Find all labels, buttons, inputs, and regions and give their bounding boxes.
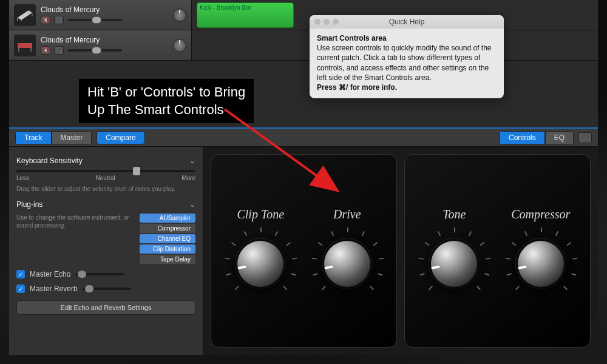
track-name: Clouds of Mercury bbox=[41, 36, 168, 44]
knob-panel-1: Clip Tone Drive bbox=[211, 154, 397, 348]
knob-label: Tone bbox=[443, 207, 466, 221]
master-echo-label: Master Echo bbox=[30, 270, 70, 278]
pan-knob[interactable] bbox=[173, 39, 186, 52]
master-echo-checkbox[interactable]: ✓ bbox=[16, 270, 25, 278]
inspector-toggle-button[interactable] bbox=[578, 132, 592, 143]
plugin-slot[interactable]: Tape Delay bbox=[140, 255, 195, 264]
slider-label-less: Less bbox=[16, 175, 29, 181]
plugin-list: AUSampler Compressor Channel EQ Clip Dis… bbox=[140, 214, 195, 264]
mute-button[interactable]: 🔇 bbox=[41, 16, 50, 24]
tab-controls[interactable]: Controls bbox=[500, 131, 545, 144]
region-label: Kick - Brooklyn Bor bbox=[200, 4, 251, 11]
instrument-icon bbox=[14, 35, 36, 56]
volume-slider[interactable] bbox=[67, 49, 122, 52]
headphones-button[interactable]: 🎧 bbox=[54, 46, 64, 55]
plugin-slot[interactable]: Compressor bbox=[140, 224, 195, 233]
compressor-knob[interactable] bbox=[504, 228, 577, 300]
master-reverb-slider[interactable] bbox=[83, 288, 131, 290]
quick-help-heading: Smart Controls area bbox=[317, 34, 387, 42]
pan-knob[interactable] bbox=[173, 8, 186, 22]
mute-button[interactable]: 🔇 bbox=[41, 46, 50, 55]
knob-panels: Clip Tone Drive Tone Compressor bbox=[203, 147, 598, 355]
keyboard-sensitivity-header[interactable]: Keyboard Sensitivity ⌄ bbox=[16, 157, 195, 165]
tab-track[interactable]: Track bbox=[15, 131, 52, 144]
chevron-down-icon: ⌄ bbox=[189, 157, 195, 165]
plugin-slot[interactable]: Clip Distortion bbox=[140, 244, 195, 254]
quick-help-popover: Quick Help Smart Controls area Use scree… bbox=[310, 15, 504, 98]
headphones-button[interactable]: 🎧 bbox=[54, 16, 64, 24]
master-echo-row: ✓ Master Echo bbox=[16, 270, 195, 278]
master-reverb-checkbox[interactable]: ✓ bbox=[16, 285, 25, 293]
instrument-icon bbox=[14, 4, 36, 26]
plugins-header[interactable]: Plug-ins ⌄ bbox=[16, 200, 195, 209]
plugin-slot[interactable]: AUSampler bbox=[140, 214, 195, 223]
knob-label: Compressor bbox=[511, 207, 570, 221]
drive-knob[interactable] bbox=[311, 228, 384, 300]
svg-marker-0 bbox=[18, 10, 32, 20]
master-reverb-row: ✓ Master Reverb bbox=[16, 285, 195, 293]
track-header[interactable]: Clouds of Mercury 🔇 🎧 bbox=[9, 0, 191, 30]
controls-eq-segment: Controls EQ bbox=[500, 131, 574, 144]
smart-controls-area: Keyboard Sensitivity ⌄ Less Neutral More… bbox=[9, 147, 598, 355]
track-row[interactable]: Clouds of Mercury 🔇 🎧 bbox=[9, 30, 598, 61]
track-list: Clouds of Mercury 🔇 🎧 Kick - Brooklyn Bo… bbox=[9, 0, 598, 61]
sensitivity-slider[interactable] bbox=[16, 170, 195, 172]
slider-label-more: More bbox=[181, 175, 195, 181]
quick-help-body: Use screen controls to quickly modify th… bbox=[317, 44, 491, 82]
tab-master[interactable]: Master bbox=[52, 131, 92, 144]
plugins-description: Use to change the software instrument, o… bbox=[16, 214, 132, 229]
compare-button[interactable]: Compare bbox=[97, 131, 144, 144]
track-master-segment: Track Master bbox=[15, 131, 92, 144]
chevron-down-icon: ⌄ bbox=[189, 200, 195, 209]
tone-knob[interactable] bbox=[418, 228, 490, 300]
knob-label: Drive bbox=[333, 207, 361, 221]
minimize-icon[interactable] bbox=[324, 19, 330, 25]
smart-controls-tab-bar: Track Master Compare Controls EQ bbox=[9, 129, 598, 147]
inspector-panel: Keyboard Sensitivity ⌄ Less Neutral More… bbox=[9, 147, 203, 355]
knob-label: Clip Tone bbox=[237, 207, 284, 221]
master-reverb-label: Master Reverb bbox=[30, 285, 78, 293]
knob-panel-2: Tone Compressor bbox=[404, 154, 591, 348]
volume-slider[interactable] bbox=[67, 19, 122, 21]
garageband-window: Clouds of Mercury 🔇 🎧 Kick - Brooklyn Bo… bbox=[9, 0, 598, 355]
master-echo-slider[interactable] bbox=[75, 273, 124, 275]
zoom-icon[interactable] bbox=[333, 19, 339, 25]
track-name: Clouds of Mercury bbox=[41, 5, 168, 14]
tab-eq[interactable]: EQ bbox=[545, 131, 574, 144]
clip-tone-knob[interactable] bbox=[224, 228, 297, 300]
annotation-callout: Hit 'B' or 'Controls' to Bring Up The Sm… bbox=[79, 79, 254, 123]
section-title: Plug-ins bbox=[16, 200, 42, 209]
close-icon[interactable] bbox=[314, 19, 320, 25]
quick-help-title: Quick Help bbox=[389, 18, 425, 26]
sensitivity-description: Drag the slider to adjust the velocity l… bbox=[16, 185, 195, 193]
slider-label-neutral: Neutral bbox=[96, 175, 115, 181]
edit-echo-reverb-button[interactable]: Edit Echo and Reverb Settings bbox=[16, 300, 195, 315]
track-header[interactable]: Clouds of Mercury 🔇 🎧 bbox=[9, 30, 191, 60]
section-title: Keyboard Sensitivity bbox=[16, 157, 83, 165]
plugin-slot[interactable]: Channel EQ bbox=[140, 234, 195, 243]
svg-rect-5 bbox=[18, 43, 32, 48]
midi-region[interactable]: Kick - Brooklyn Bor bbox=[197, 2, 294, 28]
quick-help-footer: Press ⌘/ for more info. bbox=[317, 83, 397, 92]
track-row[interactable]: Clouds of Mercury 🔇 🎧 Kick - Brooklyn Bo… bbox=[9, 0, 598, 30]
